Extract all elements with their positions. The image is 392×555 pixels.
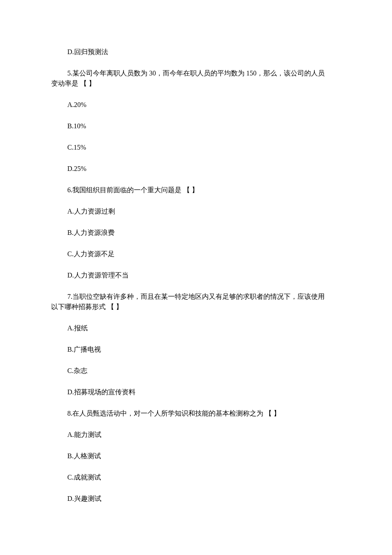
answer-option: A.人力资源过剩 (67, 206, 341, 217)
answer-option: D.兴趣测试 (67, 494, 341, 504)
question-stem: 8.在人员甄选活动中，对一个人所学知识和技能的基本检测称之为 【 】 (51, 408, 341, 419)
question-stem-continuation: 变动率是 【 】 (51, 78, 341, 89)
answer-option: A.20% (67, 100, 341, 110)
answer-option: B.广播电视 (67, 344, 341, 355)
answer-option: C.成就测试 (67, 472, 341, 483)
answer-option: C.人力资源不足 (67, 249, 341, 259)
document-content: D.回归预测法 5.某公司今年离职人员数为 30，而今年在职人员的平均数为 15… (51, 47, 341, 504)
answer-option: B.10% (67, 121, 341, 131)
question-stem: 5.某公司今年离职人员数为 30，而今年在职人员的平均数为 150，那么，该公司… (51, 68, 341, 78)
answer-option: D.人力资源管理不当 (67, 270, 341, 280)
answer-option: D.回归预测法 (67, 47, 341, 57)
answer-option: C.15% (67, 142, 341, 153)
question-6: 6.我国组织目前面临的一个重大问题是 【 】 A.人力资源过剩 B.人力资源浪费… (51, 185, 341, 280)
question-stem-continuation: 以下哪种招募形式 【 】 (51, 302, 341, 312)
question-5: 5.某公司今年离职人员数为 30，而今年在职人员的平均数为 150，那么，该公司… (51, 68, 341, 174)
answer-option: A.能力测试 (67, 430, 341, 440)
answer-option: D.25% (67, 164, 341, 174)
answer-option: D.招募现场的宣传资料 (67, 387, 341, 397)
answer-option: B.人格测试 (67, 451, 341, 461)
question-stem: 7.当职位空缺有许多种，而且在某一特定地区内又有足够的求职者的情况下，应该使用 (51, 292, 341, 302)
answer-option: A.报纸 (67, 323, 341, 333)
question-stem: 6.我国组织目前面临的一个重大问题是 【 】 (51, 185, 341, 195)
question-8: 8.在人员甄选活动中，对一个人所学知识和技能的基本检测称之为 【 】 A.能力测… (51, 408, 341, 504)
answer-option: C.杂志 (67, 366, 341, 376)
question-7: 7.当职位空缺有许多种，而且在某一特定地区内又有足够的求职者的情况下，应该使用 … (51, 292, 341, 397)
answer-option: B.人力资源浪费 (67, 228, 341, 238)
